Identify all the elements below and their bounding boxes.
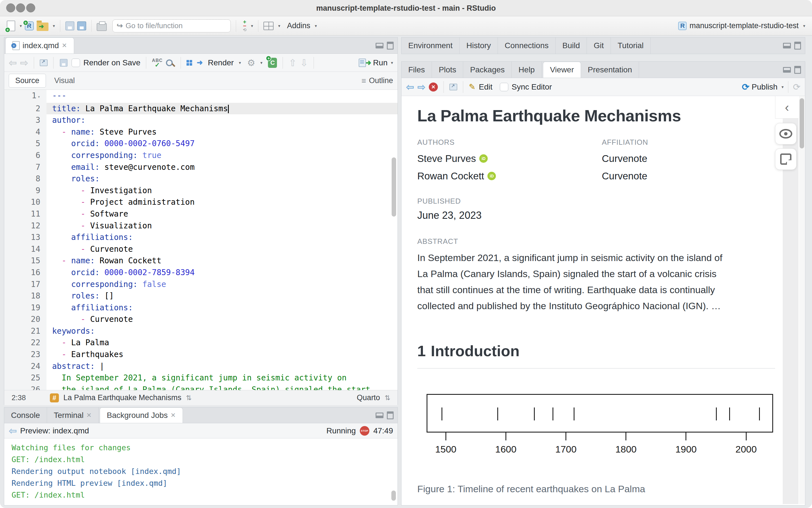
- source-mode-button[interactable]: Source: [9, 74, 46, 88]
- code-line-16[interactable]: 16 orcid: 0000-0002-7859-8394: [4, 267, 398, 279]
- orcid-icon[interactable]: iD: [487, 172, 496, 180]
- tab-files[interactable]: Files: [402, 62, 432, 78]
- editor-scrollbar[interactable]: [392, 158, 396, 217]
- tab-terminal[interactable]: Terminal✕: [47, 408, 98, 423]
- maximize-pane-icon[interactable]: [387, 412, 394, 419]
- tab-plots[interactable]: Plots: [432, 62, 463, 78]
- minimize-pane-icon[interactable]: [375, 43, 383, 48]
- job-back-icon[interactable]: ⇦: [9, 425, 17, 436]
- close-tab-icon[interactable]: ✕: [62, 42, 67, 49]
- goto-file-function-input[interactable]: ↪ Go to file/function: [112, 19, 231, 32]
- tab-packages[interactable]: Packages: [463, 62, 512, 78]
- file-mode[interactable]: Quarto: [357, 393, 380, 402]
- gear-icon[interactable]: ⚙: [247, 57, 255, 68]
- tab-index-qmd[interactable]: + index.qmd ✕: [5, 37, 74, 53]
- fold-arrow-icon[interactable]: ▾: [37, 94, 40, 99]
- visual-mode-button[interactable]: Visual: [54, 76, 75, 85]
- annotation-show-button[interactable]: [775, 123, 797, 144]
- workspace-panes-icon[interactable]: [263, 22, 274, 30]
- tab-history[interactable]: History: [459, 37, 498, 54]
- code-line-8[interactable]: 8 roles:: [4, 173, 398, 185]
- toc-collapse-button[interactable]: ‹: [775, 96, 799, 119]
- gear-dropdown[interactable]: ▾: [260, 60, 262, 65]
- search-icon[interactable]: [166, 59, 173, 66]
- code-line-18[interactable]: 18 roles: []: [4, 290, 398, 302]
- popout-viewer-icon[interactable]: [449, 84, 457, 90]
- spellcheck-icon[interactable]: ABC✓: [152, 58, 163, 67]
- tab-viewer[interactable]: Viewer: [543, 62, 581, 78]
- outline-button[interactable]: Outline: [369, 76, 393, 85]
- publish-dropdown[interactable]: ▾: [781, 84, 784, 90]
- edit-button[interactable]: Edit: [479, 83, 492, 91]
- code-line-14[interactable]: 14 - Curvenote: [4, 243, 398, 255]
- close-tab-icon[interactable]: ✕: [86, 412, 91, 419]
- tab-tutorial[interactable]: Tutorial: [611, 37, 651, 54]
- code-line-17[interactable]: 17 corresponding: false: [4, 279, 398, 290]
- minimize-pane-icon[interactable]: [783, 67, 791, 73]
- open-file-icon[interactable]: ➜: [37, 23, 48, 31]
- code-line-7[interactable]: 7 email: steve@curvenote.com: [4, 161, 398, 173]
- viewer-back-icon[interactable]: ⇦: [406, 81, 414, 93]
- insert-chunk-icon[interactable]: C+: [268, 58, 277, 68]
- maximize-pane-icon[interactable]: [794, 66, 801, 74]
- console-scrollbar[interactable]: [391, 491, 396, 501]
- section-selector-icon[interactable]: ⇅: [186, 394, 192, 402]
- run-previous-chunks-icon[interactable]: ⇧: [288, 57, 297, 69]
- code-line-25[interactable]: 25 In September 2021, a significant jump…: [4, 372, 398, 384]
- viewer-scrollbar[interactable]: [800, 98, 804, 149]
- save-icon[interactable]: [60, 59, 67, 67]
- code-line-20[interactable]: 20 - Curvenote: [4, 313, 398, 325]
- code-line-13[interactable]: 13 affiliations:: [4, 231, 398, 243]
- code-line-19[interactable]: 19 affiliations:: [4, 302, 398, 314]
- new-project-icon[interactable]: R+: [25, 22, 34, 31]
- publish-button[interactable]: Publish: [752, 83, 778, 91]
- render-on-save-checkbox[interactable]: [72, 58, 80, 67]
- code-line-5[interactable]: 5 orcid: 0000-0002-0760-5497: [4, 138, 398, 150]
- tab-build[interactable]: Build: [556, 37, 587, 54]
- code-line-23[interactable]: 23 - Earthquakes: [4, 349, 398, 361]
- code-line-15[interactable]: 15 - name: Rowan Cockett: [4, 255, 398, 267]
- version-control-icon[interactable]: + − ⟲: [243, 20, 247, 32]
- code-editor[interactable]: 1▾---2title: La Palma Earthquake Mechani…: [4, 90, 398, 390]
- tab-connections[interactable]: Connections: [498, 37, 556, 54]
- code-line-26[interactable]: 26 the island of La Palma (Canary Island…: [4, 384, 398, 390]
- new-file-dropdown[interactable]: ▾: [20, 24, 22, 29]
- back-icon[interactable]: ⇦: [9, 57, 17, 69]
- code-line-21[interactable]: 21keywords:: [4, 325, 398, 337]
- stop-job-icon[interactable]: STOP: [360, 426, 369, 436]
- close-tab-icon[interactable]: ✕: [170, 412, 175, 419]
- minimize-pane-icon[interactable]: [375, 413, 383, 418]
- orcid-icon[interactable]: iD: [479, 154, 488, 163]
- mode-selector-icon[interactable]: ⇅: [384, 394, 390, 402]
- code-line-12[interactable]: 12 - Visualization: [4, 220, 398, 232]
- render-dropdown[interactable]: ▾: [239, 60, 241, 65]
- refresh-icon[interactable]: ⟳: [793, 82, 801, 92]
- addins-dropdown[interactable]: ▾: [315, 24, 317, 29]
- tab-console[interactable]: Console: [4, 408, 47, 423]
- new-file-icon[interactable]: +: [7, 20, 15, 31]
- save-icon[interactable]: [65, 22, 74, 31]
- tab-environment[interactable]: Environment: [402, 37, 459, 54]
- maximize-pane-icon[interactable]: [794, 42, 801, 50]
- run-next-chunk-icon[interactable]: ⇩: [300, 57, 308, 69]
- code-line-2[interactable]: 2title: La Palma Earthquake Mechanisms: [4, 103, 398, 115]
- popout-window-icon[interactable]: [40, 59, 48, 66]
- run-button[interactable]: Run: [373, 58, 388, 67]
- workspace-panes-dropdown[interactable]: ▾: [278, 24, 280, 29]
- save-all-icon[interactable]: [77, 22, 86, 31]
- print-icon[interactable]: [97, 23, 107, 31]
- tab-help[interactable]: Help: [512, 62, 542, 78]
- run-dropdown[interactable]: ▾: [391, 60, 393, 65]
- code-line-3[interactable]: 3author:: [4, 114, 398, 126]
- tab-git[interactable]: Git: [587, 37, 611, 54]
- project-menu[interactable]: R manuscript-template-rstudio-test ▾: [678, 22, 805, 30]
- addins-menu[interactable]: Addins: [287, 22, 311, 30]
- minimize-pane-icon[interactable]: [783, 43, 791, 48]
- code-line-9[interactable]: 9 - Investigation: [4, 185, 398, 197]
- sync-editor-checkbox[interactable]: [500, 83, 508, 91]
- viewer-forward-icon[interactable]: ⇨: [417, 81, 426, 93]
- console-output[interactable]: Watching files for changesGET: /index.ht…: [4, 438, 398, 505]
- forward-icon[interactable]: ⇨: [20, 57, 29, 69]
- tab-presentation[interactable]: Presentation: [581, 62, 639, 78]
- code-line-11[interactable]: 11 - Software: [4, 208, 398, 220]
